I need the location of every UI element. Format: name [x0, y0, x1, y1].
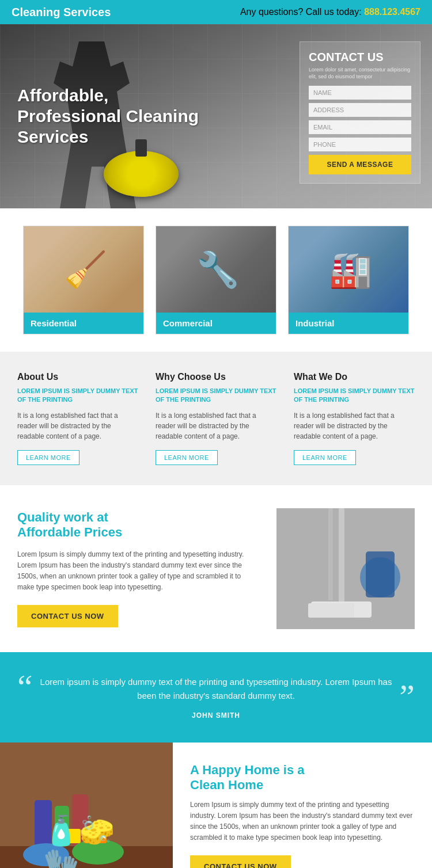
email-input[interactable]	[309, 120, 411, 134]
logo: Cleaning Services	[12, 6, 111, 19]
phone-input[interactable]	[309, 138, 411, 151]
about-learn-more-button[interactable]: LEARN MORE	[17, 450, 79, 465]
quote-mark-open: “	[17, 669, 33, 704]
contact-form-card: CONTACT US Lorem dolor sit amet, consect…	[300, 41, 420, 184]
industrial-image	[289, 226, 409, 313]
contact-card-title: CONTACT US	[309, 51, 411, 64]
svg-rect-7	[35, 800, 52, 846]
phone-number: 888.123.4567	[364, 7, 420, 17]
happy-heading: A Happy Home is a Clean Home	[190, 763, 415, 793]
svg-point-11	[72, 839, 124, 865]
happy-contact-now-button[interactable]: CONTACT US NOW	[190, 855, 291, 868]
quality-text: Lorem Ipsum is simply dummy text of the …	[17, 549, 259, 593]
happy-home-image	[0, 743, 173, 868]
quality-heading-line2: Affordable Prices	[17, 525, 122, 539]
contact-prompt: Any questions? Call us today:	[240, 7, 362, 17]
svg-rect-2	[311, 601, 372, 618]
residential-image	[24, 226, 144, 313]
services-section: Residential Commercial Industrial	[0, 208, 432, 352]
commercial-image	[156, 226, 276, 313]
what-heading: What We Do	[294, 372, 415, 382]
send-message-button[interactable]: SEND A MESSAGE	[309, 155, 411, 174]
contact-card-description: Lorem dolor sit amet, consectetur adipis…	[309, 67, 411, 80]
commercial-label: Commercial	[156, 313, 276, 334]
svg-rect-13	[84, 832, 107, 843]
why-learn-more-button[interactable]: LEARN MORE	[156, 450, 218, 465]
quality-heading: Quality work at Affordable Prices	[17, 510, 259, 540]
testimonial-section: “ Lorem ipsum is simply dummy text of th…	[0, 652, 432, 743]
hero-section: Affordable, Professional Cleaning Servic…	[0, 24, 432, 208]
testimonial-author: JOHN SMITH	[35, 711, 397, 719]
happy-heading-line2: Clean Home	[190, 778, 263, 792]
info-col-about: About Us LOREM IPSUM IS SIMPLY DUMMY TEX…	[17, 372, 138, 465]
why-text: It is a long established fact that a rea…	[156, 410, 276, 441]
svg-point-10	[23, 843, 69, 866]
info-col-what: What We Do LOREM IPSUM IS SIMPLY DUMMY T…	[294, 372, 415, 465]
name-input[interactable]	[309, 86, 411, 100]
cleaning-supplies-illustration	[0, 743, 173, 868]
why-heading: Why Choose Us	[156, 372, 276, 382]
quality-heading-line1: Quality work at	[17, 510, 108, 524]
svg-rect-9	[72, 794, 88, 846]
about-text: It is a long established fact that a rea…	[17, 410, 138, 441]
why-highlight: LOREM IPSUM IS SIMPLY DUMMY TEXT OF THE …	[156, 387, 276, 405]
what-learn-more-button[interactable]: LEARN MORE	[294, 450, 356, 465]
svg-rect-1	[339, 508, 344, 603]
hero-text: Affordable, Professional Cleaning Servic…	[17, 85, 202, 147]
address-input[interactable]	[309, 103, 411, 117]
service-card-industrial: Industrial	[288, 226, 409, 334]
residential-label: Residential	[24, 313, 143, 334]
service-card-commercial: Commercial	[156, 226, 276, 334]
industrial-label: Industrial	[289, 313, 408, 334]
what-highlight: LOREM IPSUM IS SIMPLY DUMMY TEXT OF THE …	[294, 387, 415, 405]
hero-machine-illustration	[104, 151, 179, 197]
service-card-residential: Residential	[23, 226, 144, 334]
testimonial-text: Lorem ipsum is simply dummy text of the …	[35, 675, 397, 703]
quality-text-area: Quality work at Affordable Prices Lorem …	[17, 510, 259, 627]
happy-home-section: A Happy Home is a Clean Home Lorem Ipsum…	[0, 743, 432, 868]
happy-home-text-area: A Happy Home is a Clean Home Lorem Ipsum…	[173, 743, 432, 868]
svg-rect-4	[366, 551, 395, 597]
quote-mark-close: ”	[399, 679, 415, 714]
mop-illustration	[276, 508, 415, 629]
svg-rect-12	[58, 829, 81, 843]
happy-heading-line1: A Happy Home is a	[190, 763, 304, 777]
quality-section: Quality work at Affordable Prices Lorem …	[0, 485, 432, 652]
svg-rect-8	[55, 806, 69, 846]
info-section: About Us LOREM IPSUM IS SIMPLY DUMMY TEX…	[0, 352, 432, 485]
quality-image	[276, 508, 415, 629]
hero-headline: Affordable, Professional Cleaning Servic…	[17, 85, 202, 147]
header-contact-area: Any questions? Call us today: 888.123.45…	[240, 7, 420, 17]
quality-contact-now-button[interactable]: CONTACT US NOW	[17, 605, 118, 627]
about-highlight: LOREM IPSUM IS SIMPLY DUMMY TEXT OF THE …	[17, 387, 138, 405]
info-col-why: Why Choose Us LOREM IPSUM IS SIMPLY DUMM…	[156, 372, 276, 465]
about-heading: About Us	[17, 372, 138, 382]
header: Cleaning Services Any questions? Call us…	[0, 0, 432, 24]
happy-text: Lorem Ipsum is simply dummy text of the …	[190, 800, 415, 844]
what-text: It is a long established fact that a rea…	[294, 410, 415, 441]
